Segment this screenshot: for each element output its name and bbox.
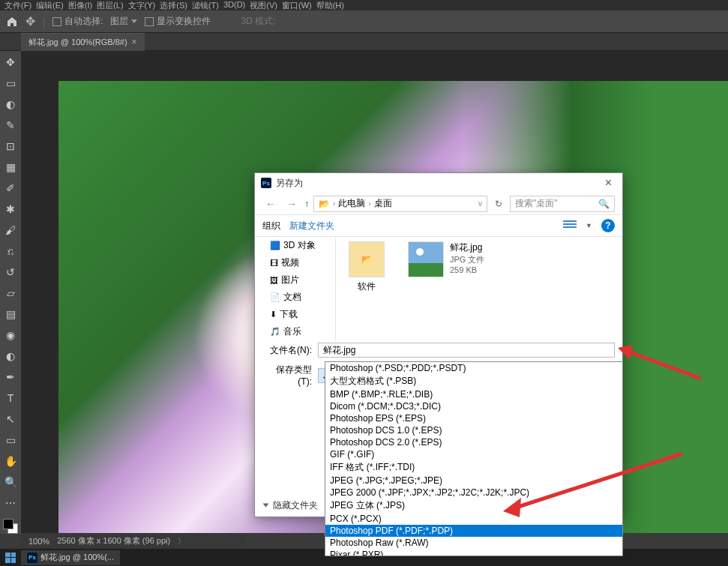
menu-type[interactable]: 文字(Y) [128,0,156,10]
filetype-option[interactable]: 大型文档格式 (*.PSB) [325,374,622,388]
mode-3d-label: 3D 模式: [241,15,275,28]
edit-toolbar[interactable]: ⋯ [2,495,19,511]
filetype-option[interactable]: GIF (*.GIF) [325,448,622,460]
filetype-option[interactable]: JPEG 立体 (*.JPS) [325,499,622,513]
menu-3d[interactable]: 3D(D) [223,0,245,10]
filetype-option[interactable]: Photoshop (*.PSD;*.PDD;*.PSDT) [325,362,622,374]
pen-tool[interactable]: ✒ [2,369,19,385]
auto-select-checkbox[interactable] [52,17,61,26]
shape-tool[interactable]: ▭ [2,432,19,448]
tree-item[interactable]: 🎞视频 [255,254,335,271]
filetype-option[interactable]: IFF 格式 (*.IFF;*.TDI) [325,460,622,475]
close-icon[interactable]: × [132,37,137,47]
chevron-down-icon [263,504,269,508]
filetype-option[interactable]: PCX (*.PCX) [325,513,622,525]
organize-menu[interactable]: 组织 [262,220,280,232]
lasso-tool[interactable]: ◐ [2,96,19,112]
frame-tool[interactable]: ▦ [2,159,19,175]
filetype-option[interactable]: Photoshop EPS (*.EPS) [325,412,622,424]
close-icon[interactable]: × [601,176,616,190]
start-button[interactable] [3,551,18,565]
brush-tool[interactable]: 🖌 [2,222,19,238]
menu-select[interactable]: 选择(S) [160,0,187,10]
view-menu[interactable] [563,220,577,231]
filetype-options-list: Photoshop (*.PSD;*.PDD;*.PSDT)大型文档格式 (*.… [325,361,623,556]
marquee-tool[interactable]: ▭ [2,75,19,91]
dialog-titlebar: Ps 另存为 × [255,173,622,193]
gradient-tool[interactable]: ▤ [2,306,19,322]
filetype-option[interactable]: Photoshop DCS 1.0 (*.EPS) [325,424,622,436]
image-thumbnail [408,241,444,277]
eyedropper-tool[interactable]: ✐ [2,180,19,196]
folder-icon: 🎵 [270,327,280,337]
tree-item[interactable]: ⬇下载 [255,306,335,323]
filetype-option[interactable]: BMP (*.BMP;*.RLE;*.DIB) [325,388,622,400]
path-tool[interactable]: ↖ [2,411,19,427]
menu-edit[interactable]: 编辑(E) [36,0,64,10]
dodge-tool[interactable]: ◐ [2,348,19,364]
home-icon[interactable] [6,16,18,28]
blur-tool[interactable]: ◉ [2,327,19,343]
type-tool[interactable]: T [2,390,19,406]
tree-item[interactable]: 🖼图片 [255,271,335,289]
address-bar[interactable]: 📂 › 此电脑 › 桌面 v [313,196,487,212]
folder-icon: 🟦 [270,241,280,250]
document-tabs: 鲜花.jpg @ 100%(RGB/8#) × [0,33,728,51]
refresh-button[interactable]: ↻ [492,199,505,209]
layer-dropdown[interactable]: 图层 [110,15,137,28]
taskbar-app-photoshop[interactable]: Ps 鲜花.jpg @ 100%(... [21,550,120,565]
help-button[interactable]: ? [601,219,615,232]
filetype-option[interactable]: Photoshop DCS 2.0 (*.EPS) [325,436,622,448]
filetype-option[interactable]: JPEG 2000 (*.JPF;*.JPX;*.JP2;*.J2C;*.J2K… [325,487,622,499]
menu-file[interactable]: 文件(F) [4,0,31,10]
list-item[interactable]: 📂 软件 [340,241,393,335]
up-button[interactable]: ↑ [304,199,309,209]
document-tab[interactable]: 鲜花.jpg @ 100%(RGB/8#) × [21,33,145,51]
menu-view[interactable]: 视图(V) [250,0,277,10]
tree-item[interactable]: 🎵音乐 [255,323,335,340]
filename-label: 文件名(N): [262,344,312,357]
filename-input[interactable]: 鲜花.jpg [318,343,615,358]
foreground-swatch[interactable] [3,519,13,529]
zoom-tool[interactable]: 🔍 [2,474,19,490]
options-bar: ✥ | 自动选择: 图层 显示变换控件 3D 模式: [0,10,728,33]
stamp-tool[interactable]: ⎌ [2,243,19,259]
menu-window[interactable]: 窗口(W) [282,0,312,10]
back-button[interactable]: ← [262,198,279,210]
document-dimensions: 2560 像素 x 1600 像素 (96 ppi) [57,535,170,547]
menu-help[interactable]: 帮助(H) [316,0,344,10]
filetype-option[interactable]: Pixar (*.PXR) [325,549,622,556]
forward-button[interactable]: → [283,198,300,210]
list-item[interactable]: 鲜花.jpg JPG 文件 259 KB [408,241,484,335]
foreground-background-colors[interactable] [3,519,18,534]
filetype-option[interactable]: JPEG (*.JPG;*.JPEG;*.JPE) [325,475,622,487]
eraser-tool[interactable]: ▱ [2,285,19,301]
menu-layer[interactable]: 图层(L) [97,0,123,10]
filetype-option[interactable]: Photoshop PDF (*.PDF;*.PDP) [325,525,622,537]
quick-select-tool[interactable]: ✎ [2,117,19,133]
menu-filter[interactable]: 滤镜(T) [192,0,219,10]
new-folder-button[interactable]: 新建文件夹 [289,220,334,232]
folder-icon: 🎞 [270,259,278,268]
filetype-option[interactable]: Dicom (*.DCM;*.DC3;*.DIC) [325,400,622,412]
move-tool[interactable]: ✥ [2,54,19,70]
dialog-navbar: ← → ↑ 📂 › 此电脑 › 桌面 v ↻ 搜索"桌面" 🔍 [255,193,622,215]
menu-image[interactable]: 图像(I) [68,0,92,10]
folder-icon: ⬇ [270,310,277,319]
show-transform-checkbox[interactable] [145,17,154,26]
hand-tool[interactable]: ✋ [2,453,19,469]
folder-icon: 📂 [349,241,385,277]
tree-item[interactable]: 📄文档 [255,289,335,306]
healing-tool[interactable]: ✱ [2,201,19,217]
folder-icon: 📄 [270,292,280,302]
status-bar: 100% 2560 像素 x 1600 像素 (96 ppi) 〉 [21,533,246,549]
folder-icon: 🖼 [270,276,278,285]
crop-tool[interactable]: ⊡ [2,138,19,154]
filetype-option[interactable]: Photoshop Raw (*.RAW) [325,537,622,549]
history-brush-tool[interactable]: ↺ [2,264,19,280]
move-tool-icon[interactable]: ✥ [25,14,35,28]
tree-item[interactable]: 🟦3D 对象 [255,237,335,254]
folder-icon: 📂 [319,199,330,209]
search-input[interactable]: 搜索"桌面" 🔍 [510,196,615,212]
zoom-level[interactable]: 100% [28,537,49,546]
